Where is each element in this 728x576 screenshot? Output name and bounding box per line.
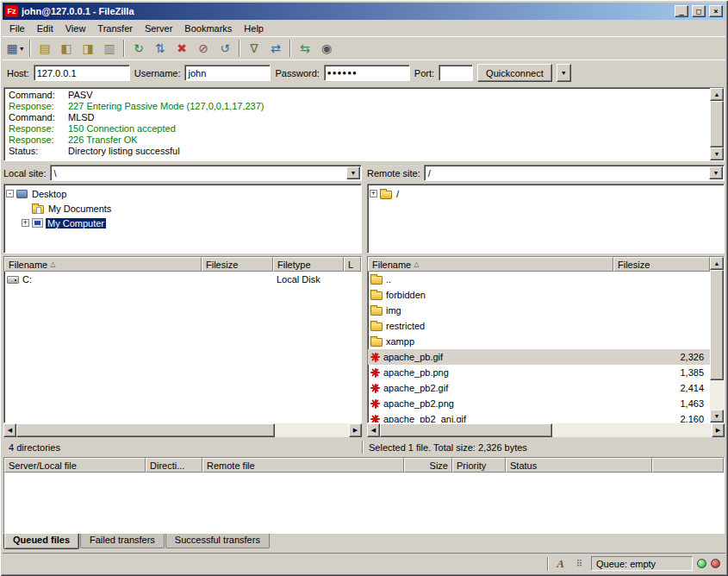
- menu-server[interactable]: Server: [139, 22, 178, 35]
- host-input[interactable]: [34, 65, 130, 81]
- password-input[interactable]: [324, 65, 410, 81]
- file-row-c-drive[interactable]: C: Local Disk: [4, 272, 361, 287]
- file-row[interactable]: xampp: [368, 334, 710, 349]
- column-header-priority[interactable]: Priority: [452, 458, 506, 473]
- remote-list-scrollbar[interactable]: ▲ ▼: [710, 257, 724, 423]
- combo-dropdown-button[interactable]: ▼: [709, 166, 723, 179]
- local-site-combobox[interactable]: \ ▼: [50, 165, 362, 181]
- scroll-right-button[interactable]: ▶: [712, 423, 725, 437]
- tree-item-label[interactable]: /: [395, 189, 401, 199]
- scroll-left-button[interactable]: ◀: [3, 423, 16, 437]
- toolbar-toggle-queue-button[interactable]: ▥: [99, 39, 120, 58]
- column-header-filetype[interactable]: Filetype: [273, 257, 344, 272]
- scroll-down-button[interactable]: ▼: [710, 410, 724, 423]
- tree-item-label[interactable]: Desktop: [30, 189, 68, 199]
- folder-icon: [370, 338, 383, 347]
- maximize-button[interactable]: □: [692, 5, 706, 17]
- scroll-down-button[interactable]: ▼: [710, 147, 724, 160]
- refresh-icon: ↻: [134, 42, 144, 54]
- log-line: Command:PASV: [4, 90, 724, 101]
- file-row-selected[interactable]: apache_pb.gif 2,326: [368, 349, 710, 365]
- port-input[interactable]: [439, 65, 473, 81]
- menu-help[interactable]: Help: [238, 22, 270, 35]
- scroll-up-button[interactable]: ▲: [710, 88, 724, 101]
- file-row[interactable]: apache_pb2.gif 2,414: [368, 380, 710, 396]
- toolbar-refresh-button[interactable]: ↻: [128, 39, 149, 58]
- tree-item-root[interactable]: + /: [370, 186, 722, 201]
- file-row[interactable]: ..: [368, 272, 710, 287]
- close-button[interactable]: ×: [709, 5, 723, 17]
- username-input[interactable]: [184, 65, 271, 81]
- combo-dropdown-button[interactable]: ▼: [346, 166, 360, 179]
- file-row[interactable]: forbidden: [368, 287, 710, 303]
- tab-queued-files[interactable]: Queued files: [3, 534, 79, 549]
- toolbar-disconnect-button[interactable]: ⊘: [193, 39, 214, 58]
- toolbar-reconnect-button[interactable]: ↺: [215, 39, 235, 58]
- tree-item-desktop[interactable]: - Desktop: [6, 186, 359, 201]
- column-header-size[interactable]: Size: [404, 458, 452, 473]
- menu-bookmarks[interactable]: Bookmarks: [178, 22, 238, 35]
- toolbar-toggle-local-tree-button[interactable]: ◧: [56, 39, 77, 58]
- menu-transfer[interactable]: Transfer: [91, 22, 139, 35]
- file-row[interactable]: apache_pb.png 1,385: [368, 365, 710, 380]
- file-name: apache_pb.png: [383, 367, 449, 378]
- tree-item-label-selected[interactable]: My Computer: [46, 218, 106, 229]
- tab-successful-transfers[interactable]: Successful transfers: [165, 534, 270, 548]
- collapse-expander-icon[interactable]: -: [6, 190, 14, 197]
- minimize-button[interactable]: _: [675, 5, 688, 17]
- tree-item-my-computer[interactable]: + My Computer: [6, 216, 359, 230]
- tab-failed-transfers[interactable]: Failed transfers: [80, 534, 165, 548]
- toolbar-toggle-remote-tree-button[interactable]: ◨: [78, 39, 98, 58]
- menu-file[interactable]: File: [3, 22, 31, 35]
- toolbar-sync-browsing-button[interactable]: ⇆: [295, 39, 315, 58]
- file-row[interactable]: restricted: [368, 318, 710, 334]
- column-header-direction[interactable]: Directi...: [146, 458, 202, 473]
- column-header-server-local-file[interactable]: Server/Local file: [4, 458, 146, 473]
- remote-hscrollbar-thumb[interactable]: [380, 423, 552, 437]
- log-scrollbar-track[interactable]: [710, 101, 724, 147]
- quickconnect-dropdown-button[interactable]: ▼: [557, 64, 571, 82]
- column-header-remote-file[interactable]: Remote file: [202, 458, 404, 473]
- toolbar-compare-button[interactable]: ⇄: [265, 39, 286, 58]
- quickconnect-button[interactable]: Quickconnect: [477, 64, 552, 82]
- log-scrollbar[interactable]: ▲ ▼: [710, 88, 724, 160]
- data-type-indicator-icon[interactable]: A: [553, 556, 568, 571]
- tree-item-label[interactable]: My Documents: [47, 203, 113, 214]
- column-header-filesize[interactable]: Filesize: [202, 257, 273, 272]
- column-header-filename[interactable]: Filename△: [4, 257, 202, 272]
- column-header-filesize[interactable]: Filesize: [613, 257, 710, 272]
- column-header-last-modified[interactable]: L: [344, 257, 361, 272]
- remote-list-scrollbar-thumb[interactable]: [710, 270, 724, 380]
- menu-edit[interactable]: Edit: [31, 22, 59, 35]
- local-hscrollbar-thumb[interactable]: [16, 423, 275, 437]
- remote-list-scrollbar-track[interactable]: [710, 270, 724, 410]
- file-row[interactable]: apache_pb2.png 1,463: [368, 396, 710, 411]
- scroll-right-button[interactable]: ▶: [349, 423, 362, 437]
- file-row[interactable]: apache_pb2_ani.gif 2,160: [368, 411, 710, 423]
- local-list-hscrollbar[interactable]: ◀ ▶: [3, 423, 362, 437]
- menu-view[interactable]: View: [59, 22, 92, 35]
- toolbar-filter-button[interactable]: ∇: [244, 39, 264, 58]
- expand-expander-icon[interactable]: +: [370, 190, 377, 197]
- image-file-icon: [370, 353, 380, 362]
- column-header-filename[interactable]: Filename△: [368, 257, 613, 272]
- toolbar-process-queue-button[interactable]: ⇅: [150, 39, 171, 58]
- toolbar-site-manager-button[interactable]: ▦ ▼: [5, 39, 26, 58]
- cancel-icon: ✖: [177, 42, 187, 54]
- log-scrollbar-thumb[interactable]: [710, 101, 724, 147]
- expand-expander-icon[interactable]: +: [22, 219, 29, 227]
- find-icon: ◉: [321, 42, 332, 54]
- speed-limit-indicator-icon[interactable]: ⠿: [572, 556, 587, 571]
- column-header-status[interactable]: Status: [506, 458, 652, 473]
- tree-item-my-documents[interactable]: My Documents: [6, 201, 359, 216]
- scroll-left-button[interactable]: ◀: [367, 423, 380, 437]
- remote-list-hscrollbar[interactable]: ◀ ▶: [367, 423, 725, 437]
- remote-site-combobox[interactable]: / ▼: [424, 165, 725, 181]
- toolbar-cancel-button[interactable]: ✖: [171, 39, 192, 58]
- file-row[interactable]: img: [368, 303, 710, 318]
- file-name: restricted: [386, 321, 425, 331]
- toolbar-toggle-message-log-button[interactable]: ▤: [34, 39, 55, 58]
- titlebar[interactable]: Fz john@127.0.0.1 - FileZilla _ □ ×: [3, 3, 725, 20]
- toolbar-find-button[interactable]: ◉: [316, 39, 337, 58]
- scroll-up-button[interactable]: ▲: [710, 257, 724, 270]
